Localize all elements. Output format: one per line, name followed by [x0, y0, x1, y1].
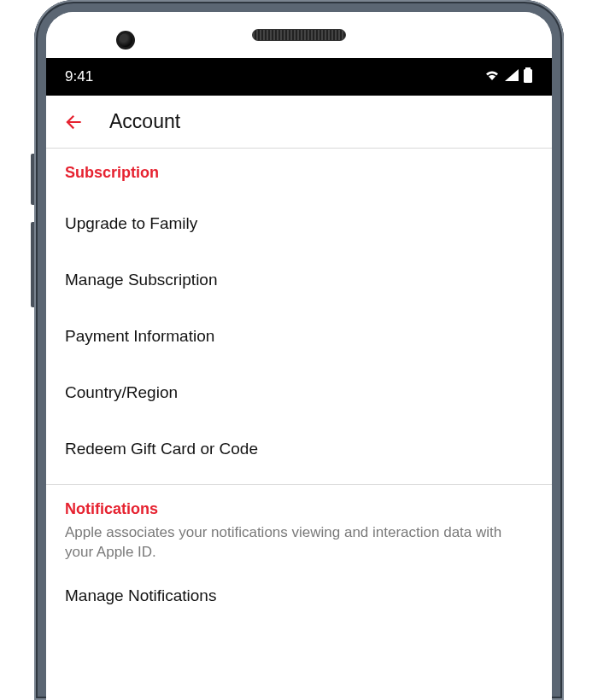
phone-bezel-top: [46, 12, 552, 58]
item-country-region[interactable]: Country/Region: [46, 365, 552, 421]
svg-rect-1: [524, 69, 532, 83]
earpiece-speaker: [252, 29, 346, 41]
status-time: 9:41: [65, 68, 93, 85]
cellular-icon: [504, 68, 519, 85]
item-upgrade-family[interactable]: Upgrade to Family: [46, 195, 552, 252]
content: Subscription Upgrade to Family Manage Su…: [46, 149, 552, 624]
front-camera: [116, 31, 135, 50]
section-title-subscription: Subscription: [65, 164, 533, 182]
status-bar: 9:41: [46, 58, 552, 96]
side-button: [31, 154, 34, 205]
item-payment-information[interactable]: Payment Information: [46, 308, 552, 365]
svg-rect-0: [525, 67, 531, 69]
page-title: Account: [109, 110, 180, 133]
section-title-notifications: Notifications: [65, 500, 533, 518]
status-icons: [484, 67, 533, 86]
wifi-icon: [484, 68, 501, 85]
item-manage-subscription[interactable]: Manage Subscription: [46, 252, 552, 308]
back-button[interactable]: [62, 110, 85, 134]
side-button: [31, 222, 34, 307]
arrow-left-icon: [62, 111, 85, 133]
item-manage-notifications[interactable]: Manage Notifications: [46, 575, 552, 624]
phone-frame: 9:41: [34, 0, 564, 700]
section-notifications-header: Notifications Apple associates your noti…: [46, 485, 552, 575]
phone-screen: 9:41: [46, 12, 552, 700]
section-subtitle-notifications: Apple associates your notifications view…: [65, 523, 533, 563]
section-subscription-header: Subscription: [46, 149, 552, 195]
item-redeem-gift-card[interactable]: Redeem Gift Card or Code: [46, 421, 552, 477]
battery-icon: [523, 67, 533, 86]
app-header: Account: [46, 96, 552, 149]
